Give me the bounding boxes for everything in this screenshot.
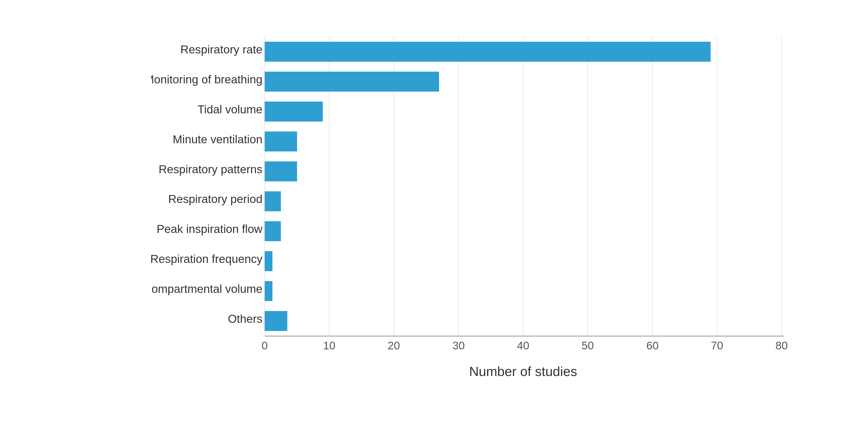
x-tick-70: 70: [711, 339, 723, 352]
label-others: Others: [227, 312, 262, 325]
chart-area: Respiratory rate Monitoring of breathing…: [151, 30, 813, 385]
bar-compartmental-volume: [265, 281, 272, 301]
label-respiratory-rate: Respiratory rate: [180, 43, 262, 56]
label-peak-inspiration-flow: Peak inspiration flow: [157, 223, 262, 235]
bar-minute-ventilation: [265, 132, 297, 151]
x-tick-10: 10: [323, 339, 335, 352]
bar-respiratory-period: [265, 191, 281, 211]
x-tick-60: 60: [646, 339, 658, 352]
x-tick-0: 0: [261, 339, 268, 352]
bar-others: [265, 311, 287, 331]
chart-container: Respiratory rate Monitoring of breathing…: [26, 16, 842, 423]
x-axis-label: Number of studies: [469, 364, 577, 379]
bar-respiratory-rate: [265, 42, 710, 62]
bar-respiratory-patterns: [265, 162, 297, 181]
label-tidal-volume: Tidal volume: [197, 103, 262, 116]
bar-peak-inspiration-flow: [265, 221, 281, 241]
label-respiration-frequency: Respiration frequency: [151, 252, 262, 265]
bar-monitoring-breathing: [265, 72, 439, 92]
label-respiratory-patterns: Respiratory patterns: [158, 163, 262, 176]
label-monitoring-breathing: Monitoring of breathing: [151, 73, 262, 86]
bar-chart: Respiratory rate Monitoring of breathing…: [151, 30, 813, 385]
label-respiratory-period: Respiratory period: [168, 193, 262, 205]
x-tick-50: 50: [581, 339, 594, 352]
label-compartmental-volume: Compartmental volume: [151, 282, 262, 295]
label-minute-ventilation: Minute ventilation: [173, 133, 262, 146]
x-tick-20: 20: [388, 339, 400, 352]
x-tick-40: 40: [517, 339, 529, 352]
x-tick-30: 30: [452, 339, 465, 352]
x-tick-80: 80: [775, 339, 788, 352]
bar-tidal-volume: [265, 102, 322, 122]
bar-respiration-frequency: [265, 251, 272, 271]
